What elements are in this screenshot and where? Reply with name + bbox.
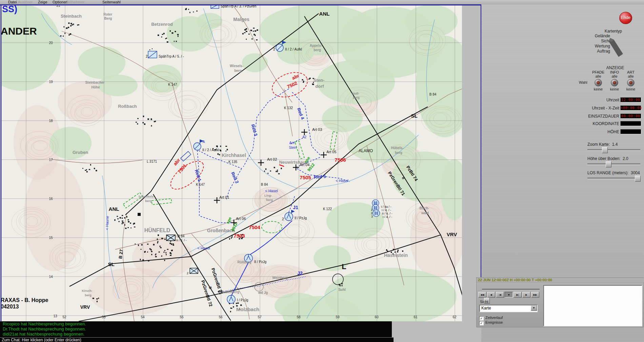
slider-thumb[interactable] <box>635 176 641 182</box>
map-window[interactable]: SteinbachRoterBergBetzenrodMalgesAppels-… <box>0 4 481 322</box>
map-label: berg <box>314 48 321 52</box>
timeline-slider[interactable] <box>482 289 540 290</box>
map-label: 19 <box>49 80 53 84</box>
rewind-button[interactable]: ◀◀ <box>478 292 486 298</box>
map-label: J2 <box>297 270 303 276</box>
sicht-selected-value: Karte <box>480 305 537 310</box>
map-label: Roter <box>103 13 112 16</box>
menu-item-auslser: Auslöser <box>18 0 33 4</box>
led-display <box>620 121 641 126</box>
slider-track[interactable] <box>587 178 640 179</box>
map-label: SL <box>411 113 417 119</box>
event-listbox[interactable] <box>543 285 642 326</box>
slider-block: Zoom Karte: 1.4 <box>587 142 640 151</box>
map-label: 7504 <box>249 224 260 230</box>
info-knob[interactable] <box>611 79 618 86</box>
map-label: Weinberg <box>272 276 287 280</box>
kartentyp-option-wertung[interactable]: Wertung <box>569 44 610 49</box>
kartentyp-option-gelände[interactable]: Gelände <box>569 34 610 39</box>
map-label: B 84 <box>261 183 268 186</box>
field-label: HÖHE <box>607 129 619 134</box>
map-label: Steinbach <box>61 14 82 19</box>
field-row: HÖHE <box>481 129 643 134</box>
slider-track[interactable] <box>587 163 640 165</box>
kartentyp-option-auftrag[interactable]: Auftrag <box>569 49 610 54</box>
play-reverse-button[interactable]: ◀ <box>487 292 495 298</box>
map-label: Sten- <box>314 78 325 83</box>
map-label: berg <box>266 198 273 202</box>
map-label: Berg <box>104 17 112 20</box>
map-label: Kirchhasel <box>222 153 246 158</box>
map-label: Art 05 <box>326 150 336 154</box>
chat-prompt-bar[interactable]: Zum Chat: Hier klicken (oder Enter drück… <box>0 337 394 342</box>
map-label: B 84 <box>429 93 437 96</box>
ende-button[interactable]: Ende <box>619 12 632 24</box>
map-label: Höhe <box>92 85 100 89</box>
kartentyp-options: GeländeSichtWertungAuftrag <box>569 34 610 54</box>
step-back-button[interactable]: |◀ <box>496 292 504 298</box>
map-label: SL <box>108 261 114 267</box>
menu-item-optionen[interactable]: Optionen <box>53 0 68 4</box>
pfade-knob[interactable] <box>595 79 602 86</box>
map-label: K 135 <box>228 160 238 164</box>
map-label: I / 4. / - <box>383 215 392 219</box>
slider-block: LOS RANGE (meters): 3004 <box>587 170 640 179</box>
led-display: 00:00:00 <box>620 114 641 119</box>
field-row: EINSATZDAUER00:00:00 <box>481 114 643 119</box>
map-label: berg <box>353 96 360 99</box>
map-label: 7503 <box>234 233 245 239</box>
kartentyp-option-sicht[interactable]: Sicht <box>569 39 610 44</box>
menu-item-datei[interactable]: Datei <box>8 0 17 4</box>
map-label: Stall- <box>352 92 359 95</box>
map-label: SpähTrp A / 5. / - <box>159 55 184 58</box>
infantry-unit-icon <box>166 235 175 241</box>
slider-thumb[interactable] <box>606 161 611 167</box>
map-label: II / 2. / - <box>176 239 187 242</box>
sicht-label: Sicht <box>480 300 488 304</box>
map-label: 7505 <box>300 175 311 180</box>
checkbox-zeitverlauf[interactable]: ✓Zeitverlauf <box>479 316 503 320</box>
led-display: +00:00:00 <box>620 105 641 110</box>
map-label: A2 <box>302 135 307 139</box>
map-label: < Haune <box>105 216 109 230</box>
sicht-dropdown[interactable]: Karte ▼ <box>479 305 538 312</box>
map-label: VRV <box>80 304 90 310</box>
group-name: INFO <box>606 70 623 74</box>
anzeige-group-art: ARTallekeine <box>622 70 639 91</box>
keine-label: keine <box>590 87 607 91</box>
step-forward-button[interactable]: ▶| <box>514 292 522 298</box>
group-name: ART <box>622 70 639 74</box>
dropdown-arrow-icon[interactable]: ▼ <box>531 305 537 311</box>
map-label: B 84 <box>178 234 185 238</box>
kartentyp-knob-pointer[interactable] <box>608 37 624 58</box>
slider-block: Höhe über Boden: 2.0 <box>587 156 640 165</box>
checkbox-ereignisse[interactable]: ✓Ereignisse <box>479 320 503 325</box>
slider-thumb[interactable] <box>602 147 608 153</box>
slider-label: Zoom Karte: 1.4 <box>587 142 640 147</box>
map-label: RAXAS - B. Hoppe <box>1 297 48 303</box>
menu-item-zeige[interactable]: Zeige <box>38 0 47 4</box>
map-label: ANDER <box>1 25 37 37</box>
slider-track[interactable] <box>587 149 640 151</box>
alle-label: alle <box>590 74 607 78</box>
map-label: dorf <box>315 84 324 89</box>
anzeige-group-pfade: PFADEallekeine <box>590 70 607 91</box>
map-label: Betzenrod <box>151 22 173 27</box>
map-label: II / 4. / - <box>382 212 393 215</box>
slider-label: LOS RANGE (meters): 3004 <box>587 170 640 175</box>
menu-item-seitenwahl[interactable]: Seitenwahl <box>102 0 121 4</box>
map-label: K 147 <box>168 83 177 86</box>
map-label: ANL <box>319 11 330 17</box>
pzjg-unit-icon <box>227 295 235 303</box>
art-knob[interactable] <box>627 79 635 86</box>
map-label: wald <box>421 211 429 215</box>
alle-label: alle <box>622 74 639 78</box>
map-view[interactable]: SteinbachRoterBergBetzenrodMalgesAppels-… <box>0 4 481 322</box>
map-label: 58 <box>297 315 301 319</box>
checkbox-label: Ereignisse <box>485 320 503 324</box>
fast-forward-button[interactable]: ▶▶ <box>531 292 539 298</box>
stop-button[interactable]: ■ <box>505 292 513 298</box>
map-label: Appels- <box>310 44 322 47</box>
play-button[interactable]: ▶ <box>522 292 530 298</box>
checkbox-icon[interactable]: ✓ <box>479 321 484 325</box>
